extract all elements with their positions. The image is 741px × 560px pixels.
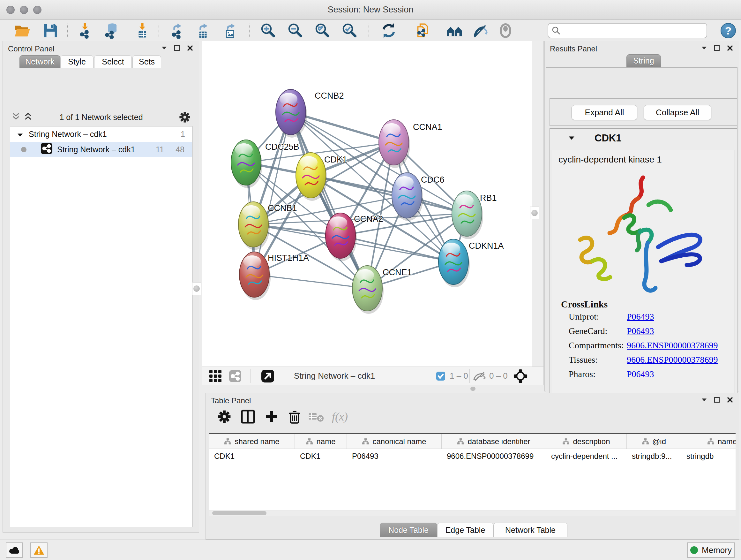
network-view: CCNB2 CCNA1 CDC25B CDK1 CDC6 bbox=[202, 41, 544, 385]
hidden-items-eye-icon[interactable] bbox=[472, 369, 486, 383]
add-column-icon[interactable] bbox=[263, 408, 280, 426]
memory-button[interactable]: Memory bbox=[687, 543, 735, 558]
network-edge[interactable] bbox=[254, 274, 367, 288]
selected-items-checkbox-icon[interactable] bbox=[435, 369, 447, 383]
table-cell[interactable]: P06493 bbox=[347, 449, 442, 463]
column-header-shared-name[interactable]: shared name bbox=[209, 434, 295, 449]
toolbar-separator bbox=[67, 23, 68, 37]
zoom-in-icon[interactable] bbox=[259, 22, 277, 39]
delete-table-icon bbox=[307, 408, 325, 426]
show-panel-icon[interactable] bbox=[496, 22, 515, 39]
node-gloss bbox=[329, 216, 347, 229]
table-panel-float-icon[interactable] bbox=[714, 397, 720, 403]
export-image-icon[interactable] bbox=[221, 22, 239, 39]
crosslink-label: Compartments: bbox=[569, 340, 624, 350]
refresh-icon[interactable] bbox=[380, 22, 398, 39]
column-header--id[interactable]: @id bbox=[627, 434, 681, 449]
results-panel-menu-caret-icon[interactable] bbox=[701, 46, 707, 50]
delete-column-icon[interactable] bbox=[286, 408, 304, 426]
tab-sets[interactable]: Sets bbox=[132, 55, 161, 68]
help-icon[interactable]: ? bbox=[721, 23, 736, 38]
export-network-icon[interactable] bbox=[168, 22, 186, 39]
crosslink-link[interactable]: 9606.ENSP00000378699 bbox=[627, 340, 718, 351]
tab-style[interactable]: Style bbox=[60, 55, 93, 68]
import-network-icon[interactable] bbox=[76, 22, 94, 39]
results-panel-float-icon[interactable] bbox=[714, 45, 720, 51]
collapse-all-button[interactable]: Collapse All bbox=[644, 105, 711, 120]
table-row[interactable]: CDK1CDK1P064939606.ENSP00000378699cyclin… bbox=[209, 449, 736, 463]
table-cell[interactable]: 9606.ENSP00000378699 bbox=[442, 449, 546, 463]
control-panel-float-icon[interactable] bbox=[174, 45, 180, 51]
results-panel-close-icon[interactable] bbox=[727, 45, 733, 51]
column-type-icon bbox=[642, 438, 649, 445]
column-header-name[interactable]: name bbox=[295, 434, 347, 449]
entry-collapse-caret-icon[interactable] bbox=[568, 136, 575, 141]
export-table-icon[interactable] bbox=[194, 22, 212, 39]
zoom-selected-icon[interactable] bbox=[340, 22, 358, 39]
crosslink-label: GeneCard: bbox=[569, 326, 607, 336]
open-session-icon[interactable] bbox=[13, 22, 31, 39]
network-row[interactable]: String Network – cdk1 11 48 bbox=[10, 142, 192, 157]
network-vertical-scrollbar[interactable] bbox=[532, 41, 543, 367]
network-edge[interactable] bbox=[340, 236, 454, 262]
network-collection-row[interactable]: String Network – cdk1 1 bbox=[10, 126, 192, 142]
save-session-icon[interactable] bbox=[42, 22, 59, 39]
cloud-icon[interactable] bbox=[6, 543, 23, 558]
crosslink-link[interactable]: P06493 bbox=[627, 326, 654, 336]
tab-network-table[interactable]: Network Table bbox=[493, 523, 567, 537]
duplicate-network-icon[interactable] bbox=[414, 22, 432, 39]
table-cell[interactable]: CDK1 bbox=[295, 449, 347, 463]
table-cell[interactable]: stringdb bbox=[681, 449, 736, 463]
import-table-icon[interactable] bbox=[133, 22, 151, 39]
node-gloss bbox=[356, 269, 374, 281]
crosslink-link[interactable]: 9606.ENSP00000378699 bbox=[627, 355, 718, 365]
control-panel-menu-caret-icon[interactable] bbox=[161, 46, 167, 50]
column-header-namespace[interactable]: namespace bbox=[681, 434, 736, 449]
tab-node-table[interactable]: Node Table bbox=[380, 523, 437, 537]
search-input[interactable] bbox=[561, 24, 706, 37]
collapse-caret-icon[interactable] bbox=[17, 130, 23, 139]
node-label-CDC25B: CDC25B bbox=[265, 142, 299, 152]
birds-eye-view-icon[interactable] bbox=[261, 369, 275, 383]
tab-network[interactable]: Network bbox=[19, 55, 60, 68]
column-header-description[interactable]: description bbox=[546, 434, 627, 449]
results-panel: Results Panel String Expand All Collapse… bbox=[544, 41, 739, 391]
crosslink-link[interactable]: P06493 bbox=[627, 312, 654, 322]
table-cell[interactable]: stringdb:9... bbox=[627, 449, 681, 463]
column-header-canonical-name[interactable]: canonical name bbox=[347, 434, 442, 449]
column-header-database-identifier[interactable]: database identifier bbox=[442, 434, 546, 449]
import-database-icon[interactable] bbox=[103, 22, 121, 39]
home-network-icon[interactable] bbox=[446, 22, 463, 39]
crosslink-link[interactable]: P06493 bbox=[627, 369, 654, 379]
column-type-icon bbox=[362, 438, 369, 445]
table-horizontal-scrollbar[interactable] bbox=[209, 510, 736, 516]
hide-panels-icon[interactable] bbox=[471, 22, 489, 39]
tab-select[interactable]: Select bbox=[94, 55, 132, 68]
show-grid-icon[interactable] bbox=[208, 369, 222, 383]
warning-icon[interactable] bbox=[30, 543, 48, 558]
network-canvas[interactable]: CCNB2 CCNA1 CDC25B CDK1 CDC6 bbox=[202, 41, 532, 367]
table-panel-menu-caret-icon[interactable] bbox=[701, 398, 707, 401]
main-toolbar: ? bbox=[0, 20, 741, 40]
string-style-icon[interactable] bbox=[228, 369, 242, 383]
tab-string[interactable]: String bbox=[626, 54, 661, 67]
crosslink-row: Compartments:9606.ENSP00000378699 bbox=[569, 340, 624, 351]
network-options-gear-icon[interactable] bbox=[179, 111, 191, 124]
table-cell[interactable]: CDK1 bbox=[209, 449, 295, 463]
fit-selected-crosshair-icon[interactable] bbox=[514, 369, 528, 383]
table-panel-close-icon[interactable] bbox=[727, 397, 733, 403]
zoom-fit-icon[interactable] bbox=[313, 22, 331, 39]
table-options-gear-icon[interactable] bbox=[215, 408, 233, 426]
zoom-out-icon[interactable] bbox=[286, 22, 304, 39]
expand-all-button[interactable]: Expand All bbox=[571, 105, 637, 120]
control-panel-close-icon[interactable] bbox=[187, 45, 193, 51]
node-label-CDK1: CDK1 bbox=[324, 155, 347, 165]
table-cell[interactable]: cyclin-dependent ... bbox=[546, 449, 627, 463]
tab-edge-table[interactable]: Edge Table bbox=[437, 523, 493, 537]
network-view-title: String Network – cdk1 bbox=[294, 371, 375, 381]
right-splitter-handle[interactable] bbox=[530, 206, 539, 219]
left-splitter-handle[interactable] bbox=[192, 282, 201, 295]
node-gloss bbox=[300, 156, 318, 168]
show-columns-icon[interactable] bbox=[239, 408, 257, 426]
horizontal-splitter-handle[interactable] bbox=[470, 387, 475, 391]
